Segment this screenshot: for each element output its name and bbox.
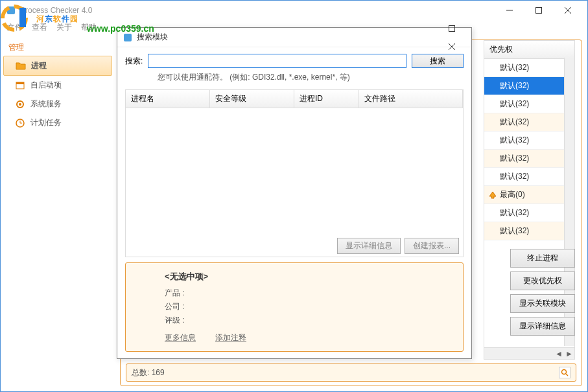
svg-rect-6 xyxy=(16,82,24,84)
svg-point-12 xyxy=(562,370,567,375)
result-table: 进程名 安全等级 进程ID 文件路径 显示详细信息 创建报表... xyxy=(125,89,464,257)
priority-row[interactable]: 默认(32) xyxy=(484,59,574,77)
sidebar-item-label: 进程 xyxy=(31,60,47,71)
sidebar-item-tasks[interactable]: 计划任务 xyxy=(3,113,112,132)
clock-icon xyxy=(15,118,25,128)
menu-file[interactable]: 文件 xyxy=(7,22,23,33)
col-pid[interactable]: 进程ID xyxy=(294,90,359,108)
search-hint: 您可以使用通配符。 (例如: GDI32.dll, *.exe, kernel*… xyxy=(158,72,464,83)
terminate-button[interactable]: 终止进程 xyxy=(510,249,575,268)
sidebar-item-label: 自启动项 xyxy=(30,80,62,91)
priority-label: 默认(32) xyxy=(500,135,529,146)
priority-label: 默认(32) xyxy=(500,207,529,218)
priority-label: 最高(0) xyxy=(500,189,525,200)
svg-rect-14 xyxy=(124,34,132,41)
show-modules-button[interactable]: 显示关联模块 xyxy=(510,294,575,313)
menu-about[interactable]: 关于 xyxy=(56,22,72,33)
priority-label: 默认(32) xyxy=(500,117,529,128)
main-title: Process Checker 4.0 xyxy=(20,6,495,15)
no-selection-label: <无选中项> xyxy=(165,271,424,282)
dialog-title: 搜索模块 xyxy=(137,32,437,43)
priority-row[interactable]: 默认(32) xyxy=(484,132,574,150)
result-header: 进程名 安全等级 进程ID 文件路径 xyxy=(126,90,463,108)
dialog-icon xyxy=(123,32,133,43)
priority-header-label: 优先权 xyxy=(489,44,513,55)
gear-icon xyxy=(15,99,25,110)
sidebar-item-services[interactable]: 系统服务 xyxy=(3,95,112,113)
action-buttons: 终止进程 更改优先权 显示关联模块 显示详细信息 xyxy=(510,249,575,336)
detail-links: 更多信息 添加注释 xyxy=(165,332,424,343)
priority-row[interactable]: 默认(32) xyxy=(484,168,574,186)
sidebar-item-startup[interactable]: 自启动项 xyxy=(3,76,112,95)
svg-line-13 xyxy=(566,374,568,376)
status-bar: 总数: 169 xyxy=(126,363,576,382)
show-detail-dialog-button[interactable]: 显示详细信息 xyxy=(337,238,401,254)
col-path[interactable]: 文件路径 xyxy=(359,90,463,108)
priority-column-header[interactable]: 优先权 xyxy=(484,41,574,59)
horizontal-scrollbar[interactable]: ◄ ► xyxy=(484,347,574,359)
priority-row[interactable]: 默认(32) xyxy=(484,95,574,113)
priority-row[interactable]: 默认(32) xyxy=(484,150,574,168)
sidebar-header: 管理 xyxy=(3,40,112,56)
svg-rect-2 xyxy=(535,8,541,14)
company-label: 公司 : xyxy=(165,301,424,312)
window-controls xyxy=(495,1,582,19)
minimize-button[interactable] xyxy=(495,1,524,19)
svg-rect-15 xyxy=(449,25,454,31)
search-icon-button[interactable] xyxy=(559,367,570,378)
priority-row[interactable]: 默认(32) xyxy=(484,77,574,95)
svg-rect-0 xyxy=(7,6,15,14)
search-module-dialog: 搜索模块 搜索: 搜索 您可以使用通配符。 (例如: GDI32.dll, *.… xyxy=(117,27,472,359)
main-titlebar: Process Checker 4.0 xyxy=(1,1,587,20)
sidebar-item-label: 系统服务 xyxy=(30,98,62,110)
col-process-name[interactable]: 进程名 xyxy=(126,90,210,108)
col-security-level[interactable]: 安全等级 xyxy=(210,90,294,108)
more-info-link[interactable]: 更多信息 xyxy=(165,332,196,343)
search-label: 搜索: xyxy=(125,56,143,67)
total-label: 总数: xyxy=(132,367,149,378)
sidebar-item-label: 计划任务 xyxy=(30,117,62,128)
show-detail-button[interactable]: 显示详细信息 xyxy=(510,317,575,336)
app-icon xyxy=(6,5,16,16)
total-value: 169 xyxy=(152,368,165,377)
result-buttons: 显示详细信息 创建报表... xyxy=(337,238,459,254)
startup-icon xyxy=(15,80,25,91)
close-button[interactable] xyxy=(553,1,582,19)
sidebar: 管理 进程 自启动项 系统服务 计划任务 xyxy=(1,34,115,391)
sidebar-item-process[interactable]: 进程 xyxy=(3,56,112,76)
priority-row[interactable]: 默认(32) xyxy=(484,222,574,240)
search-row: 搜索: 搜索 xyxy=(125,54,464,68)
change-priority-button[interactable]: 更改优先权 xyxy=(510,271,575,290)
scroll-right-icon[interactable]: ► xyxy=(564,349,574,358)
dialog-maximize-button[interactable] xyxy=(437,19,466,38)
priority-row[interactable]: 默认(32) xyxy=(484,113,574,132)
arrow-up-icon xyxy=(488,190,497,200)
create-report-button[interactable]: 创建报表... xyxy=(405,238,459,254)
result-body[interactable] xyxy=(126,108,463,241)
priority-label: 默认(32) xyxy=(500,80,529,91)
priority-label: 默认(32) xyxy=(500,171,529,182)
search-input[interactable] xyxy=(148,54,406,68)
priority-label: 默认(32) xyxy=(500,62,529,73)
priority-row[interactable]: 默认(32) xyxy=(484,204,574,222)
folder-icon xyxy=(16,61,26,71)
priority-row[interactable]: 最高(0) xyxy=(484,186,574,204)
priority-label: 默认(32) xyxy=(500,153,529,164)
detail-panel: <无选中项> 产品 : 公司 : 评级 : 更多信息 添加注释 xyxy=(125,262,464,352)
svg-point-8 xyxy=(19,103,21,106)
rating-label: 评级 : xyxy=(165,315,424,326)
search-button[interactable]: 搜索 xyxy=(412,54,464,68)
maximize-button[interactable] xyxy=(524,1,553,19)
add-note-link[interactable]: 添加注释 xyxy=(215,332,246,343)
menu-view[interactable]: 查看 xyxy=(32,22,47,33)
menu-help[interactable]: 帮助 xyxy=(81,22,97,33)
dialog-titlebar: 搜索模块 xyxy=(117,28,471,47)
product-label: 产品 : xyxy=(165,288,424,299)
sidebar-header-label: 管理 xyxy=(8,42,24,53)
dialog-body: 搜索: 搜索 您可以使用通配符。 (例如: GDI32.dll, *.exe, … xyxy=(117,47,471,358)
priority-label: 默认(32) xyxy=(500,98,529,110)
priority-label: 默认(32) xyxy=(500,225,529,236)
scroll-left-icon[interactable]: ◄ xyxy=(554,349,564,358)
